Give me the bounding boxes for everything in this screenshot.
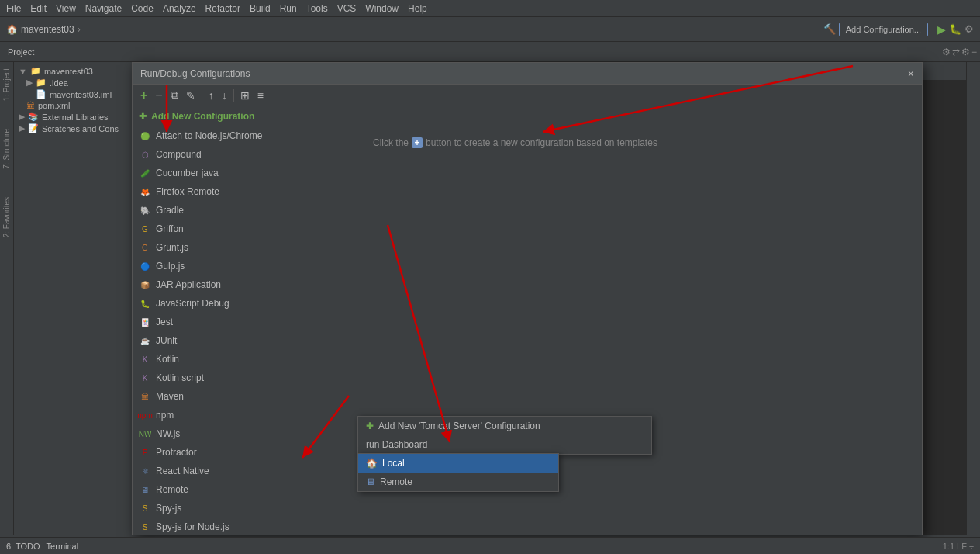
sub-submenu-local[interactable]: 🏠 Local (358, 454, 558, 473)
junit-label: JUnit (156, 335, 177, 346)
config-junit[interactable]: ☕ JUnit (133, 331, 357, 350)
config-gruntjs[interactable]: G Grunt.js (133, 238, 357, 257)
add-config-toolbar-btn[interactable]: + (137, 87, 150, 104)
config-nwjs[interactable]: NW NW.js (133, 424, 357, 443)
gear-icon[interactable]: ⚙ (961, 47, 970, 57)
status-right: 1:1 LF ÷ (943, 542, 974, 551)
remove-config-btn[interactable]: − (152, 87, 165, 104)
config-cucumber[interactable]: 🥒 Cucumber java (133, 164, 357, 182)
submenu-add-label: Add New 'Tomcat Server' Configuration (378, 421, 540, 431)
secondary-toolbar: Project ⚙ ⇄ ⚙ − (0, 42, 980, 62)
dialog-title-bar: Run/Debug Configurations × (133, 63, 922, 85)
config-hint: Click the + button to create a new confi… (373, 137, 657, 148)
config-kotlin-script[interactable]: K Kotlin script (133, 369, 357, 387)
tree-ext-libs[interactable]: ▶ 📚 External Libraries (17, 111, 130, 123)
config-firefox[interactable]: 🦊 Firefox Remote (133, 182, 357, 201)
menu-analyze[interactable]: Analyze (163, 3, 196, 14)
menu-build[interactable]: Build (250, 3, 271, 14)
project-tree: ▼ 📁 maventest03 ▶ 📁 .idea 📄 maventest03.… (14, 62, 133, 535)
config-jsdebug[interactable]: 🐛 JavaScript Debug (133, 294, 357, 313)
debug-button[interactable]: 🐛 (949, 23, 961, 35)
config-list: ✚ Add New Configuration 🟢 Attach to Node… (133, 106, 357, 535)
hint-plus-icon: + (412, 137, 423, 148)
config-attach-node[interactable]: 🟢 Attach to Node.js/Chrome (133, 126, 357, 145)
bottom-bar: 6: TODO Terminal 1:1 LF ÷ (0, 537, 980, 554)
config-griffon[interactable]: G Griffon (133, 220, 357, 238)
sort-btn[interactable]: ⊞ (237, 88, 253, 103)
firefox-label: Firefox Remote (156, 186, 219, 197)
config-maven[interactable]: 🏛 Maven (133, 387, 357, 406)
todo-tab[interactable]: 6: TODO (6, 542, 40, 551)
project-title-bracket: › (78, 24, 81, 35)
terminal-tab[interactable]: Terminal (47, 542, 79, 551)
left-vertical-tabs: 1: Project 7: Structure 2: Favorites (0, 62, 14, 535)
config-remote[interactable]: 🖥 Remote (133, 480, 357, 499)
menu-edit[interactable]: Edit (30, 3, 47, 14)
move-down-btn[interactable]: ↓ (219, 88, 230, 103)
spyjs-node-icon: S (139, 521, 151, 533)
config-jest[interactable]: 🃏 Jest (133, 313, 357, 331)
spyjs-label: Spy-js (156, 503, 181, 514)
gulpjs-label: Gulp.js (156, 261, 185, 272)
menu-window[interactable]: Window (365, 3, 399, 14)
config-gradle[interactable]: 🐘 Gradle (133, 201, 357, 220)
menu-help[interactable]: Help (408, 3, 427, 14)
kotlin-label: Kotlin (156, 354, 179, 365)
config-gulpjs[interactable]: 🔵 Gulp.js (133, 257, 357, 275)
jsdebug-label: JavaScript Debug (156, 298, 229, 309)
add-configuration-button[interactable]: Add Configuration... (839, 23, 928, 36)
config-spyjs[interactable]: S Spy-js (133, 499, 357, 518)
remote-sub-icon: 🖥 (366, 476, 375, 487)
favorites-tab[interactable]: 2: Favorites (1, 191, 12, 244)
dialog-close-button[interactable]: × (908, 68, 914, 80)
tree-iml[interactable]: 📄 maventest03.iml (17, 88, 130, 100)
folder-icon: 📁 (36, 78, 47, 88)
config-compound[interactable]: ⬡ Compound (133, 145, 357, 164)
attach-node-label: Attach to Node.js/Chrome (156, 130, 262, 141)
config-kotlin[interactable]: K Kotlin (133, 350, 357, 369)
tree-scratches[interactable]: ▶ 📝 Scratches and Cons (17, 123, 130, 134)
project-view-btn[interactable]: Project (3, 46, 39, 58)
config-protractor[interactable]: P Protractor (133, 443, 357, 462)
menu-refactor[interactable]: Refactor (205, 3, 240, 14)
settings-button[interactable]: ⚙ (964, 23, 974, 35)
config-jar[interactable]: 📦 JAR Application (133, 275, 357, 294)
tree-root[interactable]: ▼ 📁 maventest03 (17, 65, 130, 77)
run-button[interactable]: ▶ (937, 23, 946, 36)
edit-config-btn[interactable]: ✎ (183, 88, 198, 103)
submenu-run-dashboard[interactable]: run Dashboard (358, 435, 651, 454)
junit-icon: ☕ (139, 334, 151, 347)
lib-icon: 📚 (28, 112, 39, 122)
spyjs-node-label: Spy-js for Node.js (156, 521, 229, 532)
menu-code[interactable]: Code (131, 3, 154, 14)
move-up-btn[interactable]: ↑ (205, 88, 217, 103)
add-new-config-item[interactable]: ✚ Add New Configuration (133, 106, 357, 126)
menu-tools[interactable]: Tools (306, 3, 328, 14)
sync-icon[interactable]: ⇄ (952, 47, 960, 57)
menu-view[interactable]: View (56, 3, 76, 14)
pom-label: pom.xml (38, 101, 71, 110)
minus-icon[interactable]: − (971, 47, 977, 57)
sub-submenu-remote[interactable]: 🖥 Remote (358, 473, 558, 491)
copy-config-btn[interactable]: ⧉ (167, 87, 181, 103)
hammer-icon: 🔨 (823, 23, 836, 35)
submenu-add-config[interactable]: ✚ Add New 'Tomcat Server' Configuration (358, 417, 651, 435)
kotlin-script-icon: K (139, 372, 151, 384)
config-spyjs-node[interactable]: S Spy-js for Node.js (133, 518, 357, 535)
tree-pom[interactable]: 🏛 pom.xml (17, 100, 130, 111)
menu-file[interactable]: File (6, 3, 21, 14)
config-npm[interactable]: npm npm (133, 406, 357, 424)
settings-icon[interactable]: ⚙ (942, 47, 951, 57)
menu-run[interactable]: Run (280, 3, 297, 14)
menu-navigate[interactable]: Navigate (85, 3, 122, 14)
run-debug-dialog: Run/Debug Configurations × + − ⧉ ✎ ↑ ↓ ⊞… (132, 62, 923, 535)
filter-btn[interactable]: ≡ (254, 88, 267, 103)
project-icon: 🏠 (6, 24, 18, 35)
react-native-label: React Native (156, 466, 209, 476)
menu-vcs[interactable]: VCS (337, 3, 357, 14)
structure-tab[interactable]: 7: Structure (1, 123, 12, 175)
config-react-native[interactable]: ⚛ React Native (133, 462, 357, 480)
project-tab[interactable]: 1: Project (1, 62, 12, 107)
tree-idea[interactable]: ▶ 📁 .idea (17, 77, 130, 88)
gruntjs-label: Grunt.js (156, 242, 188, 253)
